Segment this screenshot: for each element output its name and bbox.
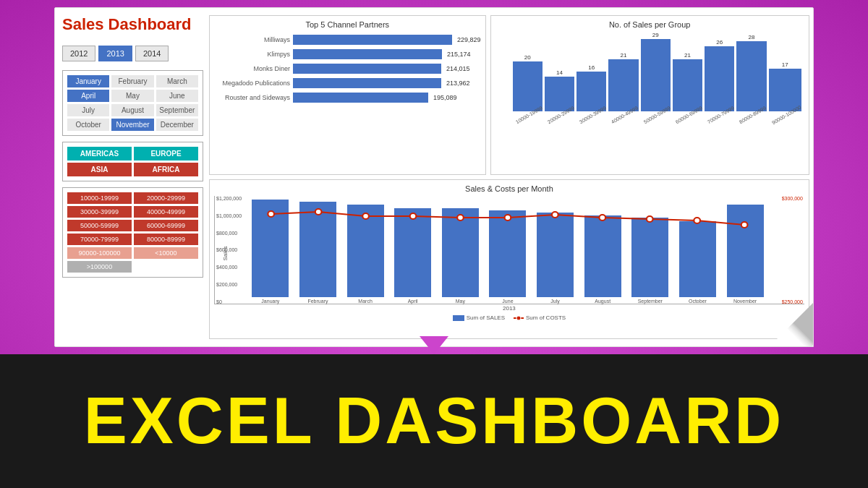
month-november[interactable]: November bbox=[111, 119, 153, 131]
range-10000-19999[interactable]: 10000-19999 bbox=[67, 192, 132, 204]
top5-bar-chart: Milliways 229,829 Klimpys 215,174 Monks … bbox=[214, 32, 481, 106]
year-buttons: 2012 2013 2014 bbox=[62, 43, 203, 64]
top5-chart: Top 5 Channel Partners Milliways 229,829… bbox=[209, 15, 486, 175]
bar-row-klimpys: Klimpys 215,174 bbox=[214, 49, 481, 59]
range-lt10000[interactable]: <10000 bbox=[134, 247, 198, 259]
combo-col-sep: September bbox=[627, 218, 673, 304]
bar-v-60k bbox=[673, 59, 702, 111]
month-october[interactable]: October bbox=[67, 119, 109, 131]
sidebar: Sales Dashboard 2012 2013 2014 January F… bbox=[62, 15, 203, 339]
bar-may bbox=[442, 208, 479, 297]
month-april[interactable]: April bbox=[67, 90, 109, 102]
legend-sales-icon bbox=[453, 315, 464, 321]
bar-aug bbox=[584, 215, 621, 297]
content-area: Top 5 Channel Partners Milliways 229,829… bbox=[209, 15, 809, 339]
month-july[interactable]: July bbox=[67, 104, 109, 116]
month-may[interactable]: May bbox=[111, 90, 153, 102]
month-june[interactable]: June bbox=[156, 90, 198, 102]
year-label: 2013 bbox=[214, 305, 804, 312]
bar-value-megadodo: 213,962 bbox=[446, 80, 470, 87]
bar-row-megadodo: Megadodo Publications 213,962 bbox=[214, 78, 481, 88]
range-60000-69999[interactable]: 60000-69999 bbox=[134, 220, 198, 231]
bar-v-40k bbox=[608, 59, 638, 111]
dashboard-card: Sales Dashboard 2012 2013 2014 January F… bbox=[54, 7, 814, 347]
combo-col-nov: November bbox=[722, 205, 768, 304]
combo-col-feb: February bbox=[295, 202, 341, 304]
bar-label-monks: Monks Diner bbox=[214, 65, 290, 72]
range-90000-100000[interactable]: 90000-100000 bbox=[67, 247, 132, 259]
bar-v-50k bbox=[641, 39, 671, 111]
range-40000-49999[interactable]: 40000-49999 bbox=[134, 206, 198, 218]
bar-v-80k bbox=[736, 41, 766, 111]
bar-value-klimpys: 215,174 bbox=[447, 51, 471, 58]
combo-col-apr: April bbox=[390, 208, 436, 304]
combo-col-jan: January bbox=[247, 200, 294, 304]
region-asia[interactable]: ASIA bbox=[67, 163, 132, 176]
bar-value-monks: 214,015 bbox=[446, 65, 470, 72]
bar-jan bbox=[252, 200, 289, 297]
bar-klimpys bbox=[293, 49, 442, 59]
y-axis-labels: $1,200,000 $1,000,000 $800,000 $600,000 … bbox=[216, 196, 243, 304]
bar-value-rouster: 195,089 bbox=[433, 94, 457, 101]
y-axis-right-labels: $300,000 $250,000 bbox=[782, 196, 803, 304]
year-2012-btn[interactable]: 2012 bbox=[62, 46, 95, 61]
triangle-pointer bbox=[420, 336, 448, 354]
bar-rouster bbox=[293, 93, 428, 103]
combo-col-aug: August bbox=[579, 215, 626, 304]
bar-mar bbox=[347, 205, 384, 297]
chart-legend: Sum of SALES Sum of COSTS bbox=[214, 314, 804, 321]
range-20000-29999[interactable]: 20000-29999 bbox=[134, 192, 198, 204]
bar-milliways bbox=[293, 35, 452, 45]
dashboard-title: Sales Dashboard bbox=[62, 15, 203, 34]
range-70000-79999[interactable]: 70000-79999 bbox=[67, 234, 132, 245]
region-africa[interactable]: AFRICA bbox=[134, 163, 198, 176]
bar-nov bbox=[727, 205, 764, 297]
combo-col-may: May bbox=[438, 208, 484, 304]
range-50000-59999[interactable]: 50000-59999 bbox=[67, 220, 132, 231]
combo-bars: $1,200,000 $1,000,000 $800,000 $600,000 … bbox=[214, 196, 804, 304]
month-august[interactable]: August bbox=[111, 104, 153, 116]
range-gt100000[interactable]: >100000 bbox=[67, 261, 132, 273]
bar-v-90k bbox=[769, 69, 801, 111]
bar-col-90k: 17 90000-100000 bbox=[769, 61, 801, 119]
monthly-chart: Sales & Costs per Month Sales $1,200,000… bbox=[209, 179, 809, 339]
bar-jul bbox=[537, 213, 574, 297]
month-december[interactable]: December bbox=[156, 119, 198, 131]
month-march[interactable]: March bbox=[156, 75, 198, 87]
bar-label-rouster: Rouster and Sideways bbox=[214, 94, 290, 101]
bar-col-50k: 29 50000-59999 bbox=[641, 32, 671, 119]
month-september[interactable]: September bbox=[156, 104, 198, 116]
bar-value-milliways: 229,829 bbox=[457, 36, 481, 43]
range-80000-89999[interactable]: 80000-89999 bbox=[134, 234, 198, 245]
monthly-chart-title: Sales & Costs per Month bbox=[214, 184, 804, 193]
bar-monks bbox=[293, 64, 441, 74]
legend-sales: Sum of SALES bbox=[453, 314, 505, 321]
region-americas[interactable]: AMERICAS bbox=[67, 147, 132, 160]
combo-col-jun: June bbox=[485, 210, 531, 304]
legend-costs-icon bbox=[514, 317, 524, 319]
range-30000-39999[interactable]: 30000-39999 bbox=[67, 206, 132, 218]
bar-row-milliways: Milliways 229,829 bbox=[214, 35, 481, 45]
region-grid: AMERICAS EUROPE ASIA AFRICA bbox=[62, 142, 203, 181]
sales-per-group-chart: No. of Sales per Group 20 10000-19999 14… bbox=[490, 15, 809, 175]
top5-chart-title: Top 5 Channel Partners bbox=[214, 20, 481, 29]
year-2013-btn[interactable]: 2013 bbox=[98, 46, 132, 61]
bar-feb bbox=[299, 202, 336, 297]
bar-label-megadodo: Megadodo Publications bbox=[214, 80, 290, 87]
month-february[interactable]: February bbox=[111, 75, 153, 87]
combo-col-mar: March bbox=[342, 205, 388, 304]
bar-col-80k: 28 80000-89999 bbox=[736, 34, 766, 119]
region-europe[interactable]: EUROPE bbox=[134, 147, 198, 160]
bar-col-60k: 21 60000-69999 bbox=[673, 52, 702, 119]
sales-per-group-title: No. of Sales per Group bbox=[495, 20, 804, 29]
bar-row-monks: Monks Diner 214,015 bbox=[214, 64, 481, 74]
bar-megadodo bbox=[293, 78, 441, 88]
bar-oct bbox=[679, 221, 716, 297]
bar-row-rouster: Rouster and Sideways 195,089 bbox=[214, 93, 481, 103]
bar-v-10k bbox=[513, 61, 542, 111]
range-grid: 10000-19999 20000-29999 30000-39999 4000… bbox=[62, 187, 203, 278]
bar-col-20k: 14 20000-29999 bbox=[545, 69, 574, 119]
year-2014-btn[interactable]: 2014 bbox=[135, 46, 169, 61]
month-january[interactable]: January bbox=[67, 75, 109, 87]
combo-col-oct: October bbox=[675, 221, 721, 304]
